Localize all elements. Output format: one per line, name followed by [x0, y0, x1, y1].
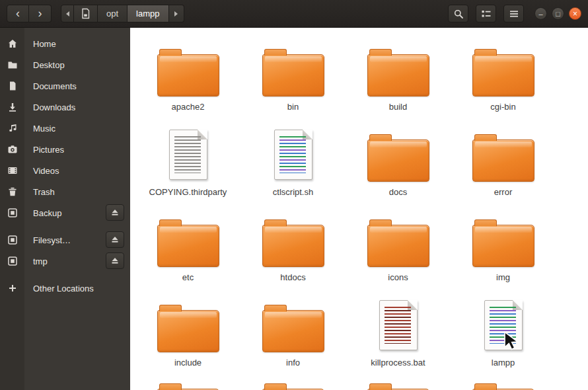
folder-icon — [367, 225, 429, 267]
sidebar-item-home[interactable]: Home — [0, 33, 130, 54]
back-button[interactable]: ‹ — [7, 5, 29, 22]
file-item-label: apache2 — [172, 102, 205, 112]
file-item-killprocess-bat[interactable]: killprocess.bat — [346, 297, 451, 382]
sidebar-item-music[interactable]: Music — [0, 118, 130, 139]
file-item-cgi-bin[interactable]: cgi-bin — [451, 41, 556, 126]
file-item-apache2[interactable]: apache2 — [135, 41, 240, 126]
file-item-label: killprocess.bat — [371, 358, 425, 368]
file-item-label: bin — [287, 102, 299, 112]
view-options-button[interactable] — [476, 5, 496, 22]
file-item-info[interactable]: info — [240, 297, 346, 382]
sidebar-item-label: Home — [33, 39, 56, 49]
folder-icon — [0, 59, 24, 70]
drive-icon — [0, 256, 24, 266]
eject-button[interactable] — [106, 253, 124, 269]
minimize-button[interactable]: – — [534, 7, 547, 20]
search-button[interactable] — [448, 5, 468, 22]
file-item-include[interactable]: include — [135, 297, 240, 382]
sidebar-item-videos[interactable]: Videos — [0, 160, 130, 181]
icon-view: apache2 bin build cgi-bin COPYING.thirdp — [135, 41, 588, 390]
sidebar-item-desktop[interactable]: Desktop — [0, 54, 130, 75]
sidebar-item-backup[interactable]: Backup — [0, 202, 130, 223]
sidebar-item-label: Pictures — [33, 145, 64, 155]
folder-icon — [157, 54, 219, 97]
file-grid: apache2 bin build cgi-bin COPYING.thirdp — [130, 28, 588, 390]
pathbar-scroll-right-button[interactable] — [169, 5, 184, 22]
file-item-error[interactable]: error — [451, 126, 556, 212]
folder-icon — [472, 139, 534, 182]
partial-folder-item[interactable] — [240, 382, 346, 390]
batch-file-icon — [379, 300, 418, 350]
file-item-ctlscript-sh[interactable]: ctlscript.sh — [240, 126, 346, 212]
text-file-icon — [169, 130, 207, 180]
file-item-label: build — [389, 102, 407, 112]
file-item-label: docs — [389, 187, 407, 197]
sidebar-item-label: Other Locations — [33, 284, 94, 293]
window-controls: – □ × — [534, 7, 581, 20]
file-item-icons[interactable]: icons — [346, 212, 451, 297]
sidebar-item-tmp[interactable]: tmp — [0, 251, 130, 272]
file-item-label: ctlscript.sh — [273, 187, 313, 197]
file-item-lampp[interactable]: lampp — [451, 297, 556, 382]
eject-icon — [110, 209, 120, 217]
script-file-icon — [274, 130, 312, 180]
sidebar-item-downloads[interactable]: Downloads — [0, 97, 130, 118]
sidebar-item-trash[interactable]: Trash — [0, 181, 130, 202]
document-icon — [0, 81, 24, 91]
drive-icon — [0, 208, 24, 218]
breadcrumb-lampp[interactable]: lampp — [128, 5, 168, 22]
folder-icon — [472, 54, 534, 97]
folder-icon — [367, 54, 429, 97]
file-item-docs[interactable]: docs — [346, 126, 451, 212]
sidebar: Home Desktop Documents Downloads — [0, 28, 130, 390]
chevron-right-icon — [174, 11, 179, 17]
sidebar-item-label: Music — [33, 124, 55, 134]
video-icon — [0, 165, 24, 176]
file-item-img[interactable]: img — [451, 212, 556, 297]
download-icon — [0, 102, 24, 112]
plus-icon — [0, 283, 24, 293]
folder-icon — [262, 310, 324, 352]
file-item-copying-thirdparty[interactable]: COPYING.thirdparty — [135, 126, 240, 212]
folder-icon — [157, 225, 219, 267]
folder-icon — [472, 225, 534, 267]
trash-icon — [0, 186, 24, 197]
partial-folder-item[interactable] — [451, 382, 556, 390]
file-item-htdocs[interactable]: htdocs — [240, 212, 346, 297]
sidebar-item-label: Backup — [33, 208, 61, 218]
file-item-bin[interactable]: bin — [240, 41, 346, 126]
maximize-button[interactable]: □ — [552, 7, 564, 20]
sidebar-item-pictures[interactable]: Pictures — [0, 139, 130, 160]
folder-icon — [262, 225, 324, 267]
file-item-label: lampp — [492, 358, 515, 368]
hamburger-menu-icon — [509, 9, 519, 19]
menu-button[interactable] — [503, 5, 524, 22]
eject-button[interactable] — [106, 231, 124, 248]
forward-button[interactable]: › — [29, 5, 52, 22]
camera-icon — [0, 144, 24, 155]
sidebar-item-label: Filesyst… — [33, 235, 71, 245]
sidebar-item-label: Desktop — [33, 60, 65, 70]
breadcrumb-opt[interactable]: opt — [98, 5, 128, 22]
breadcrumb-filesystem-root[interactable] — [74, 5, 98, 22]
partial-folder-item[interactable] — [346, 382, 451, 390]
home-icon — [0, 38, 24, 49]
close-button[interactable]: × — [569, 7, 581, 20]
sidebar-item-filesystem[interactable]: Filesyst… — [0, 229, 130, 251]
drive-icon — [0, 235, 24, 245]
sidebar-item-other-locations[interactable]: Other Locations — [0, 278, 130, 299]
file-item-label: etc — [182, 272, 194, 282]
partial-folder-item[interactable] — [135, 382, 240, 390]
chevron-left-icon — [65, 11, 70, 17]
headerbar-actions — [448, 5, 524, 22]
file-item-build[interactable]: build — [346, 41, 451, 126]
eject-button[interactable] — [106, 204, 124, 221]
view-options-icon — [481, 9, 492, 19]
sidebar-item-documents[interactable]: Documents — [0, 75, 130, 97]
window-body: Home Desktop Documents Downloads — [0, 28, 588, 390]
pathbar-scroll-left-button[interactable] — [61, 5, 74, 22]
sidebar-item-label: Trash — [33, 187, 55, 197]
file-item-etc[interactable]: etc — [135, 212, 240, 297]
file-item-label: img — [496, 272, 510, 282]
eject-icon — [110, 257, 120, 265]
